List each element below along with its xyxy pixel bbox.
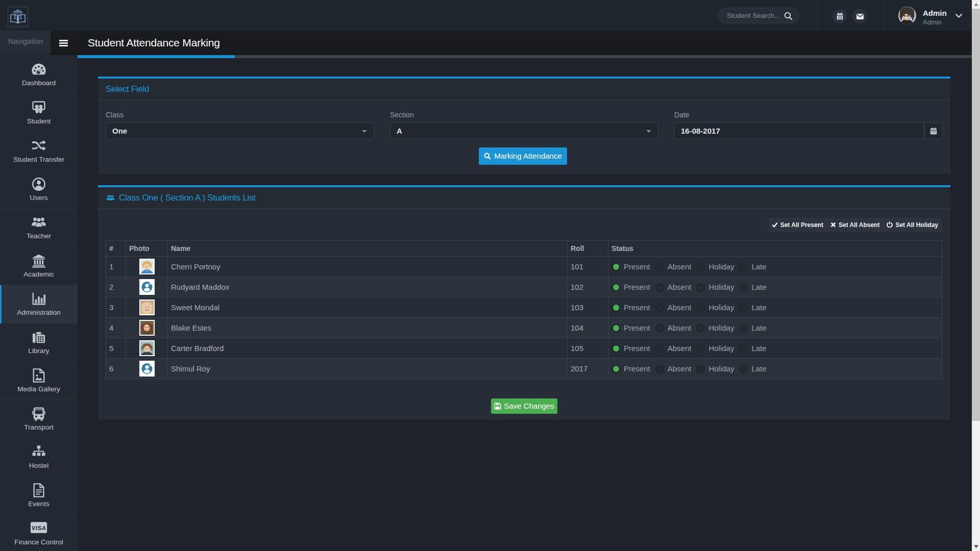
svg-text:VISA: VISA bbox=[32, 525, 46, 531]
